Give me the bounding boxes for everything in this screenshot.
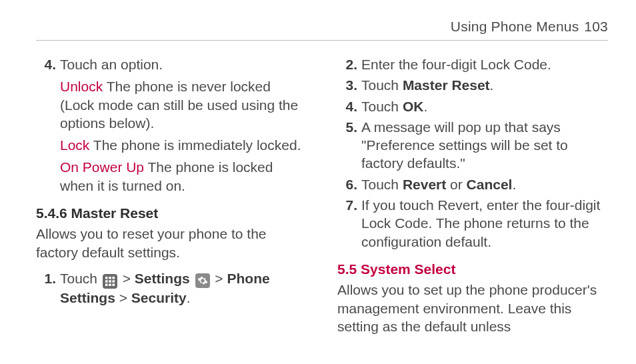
option-label: On Power Up bbox=[60, 159, 144, 175]
step-4r: 4. Touch OK. bbox=[337, 97, 608, 115]
settings-label: Settings bbox=[135, 271, 190, 286]
step-body: Touch Revert or Cancel. bbox=[361, 175, 608, 193]
step-number: 7. bbox=[337, 196, 361, 251]
step-body: Touch > Settings > Phone Settings > bbox=[60, 269, 307, 307]
svg-rect-7 bbox=[109, 283, 111, 286]
section-5-5-heading: 5.5 System Select bbox=[337, 260, 608, 278]
section-title: Master Reset bbox=[71, 205, 159, 221]
step-number: 1. bbox=[36, 269, 60, 307]
section-title: 5.5 System Select bbox=[337, 261, 455, 277]
section-5-4-6-desc: Allows you to reset your phone to the fa… bbox=[36, 225, 307, 261]
master-reset-label: Master Reset bbox=[403, 77, 490, 93]
text: . bbox=[490, 77, 494, 93]
option-on-power-up: On Power Up The phone is locked when it … bbox=[60, 158, 307, 195]
step-body: Enter the four-digit Lock Code. bbox=[361, 55, 608, 73]
gt-sep: > bbox=[123, 271, 135, 286]
gt-sep: > bbox=[215, 271, 227, 286]
step-1: 1. Touch > Settings > Phone bbox=[36, 269, 307, 307]
option-label: Unlock bbox=[60, 79, 103, 94]
manual-page: Using Phone Menus 103 4. Touch an option… bbox=[0, 0, 636, 343]
step-body: Touch Master Reset. bbox=[361, 76, 608, 94]
header-title: Using Phone Menus bbox=[451, 19, 579, 35]
option-text: The phone is immediately locked. bbox=[89, 137, 301, 153]
step-number: 4. bbox=[36, 55, 60, 195]
security-label: Security bbox=[131, 290, 187, 305]
step-7: 7. If you touch Revert, enter the four-d… bbox=[337, 196, 608, 251]
section-number: 5.4.6 bbox=[36, 205, 71, 221]
svg-rect-3 bbox=[105, 280, 108, 283]
text: Touch bbox=[361, 177, 403, 192]
ok-label: OK bbox=[403, 99, 424, 114]
step-body: If you touch Revert, enter the four-digi… bbox=[361, 196, 608, 251]
svg-rect-4 bbox=[109, 280, 111, 283]
svg-rect-2 bbox=[112, 277, 115, 279]
step-number: 4. bbox=[337, 97, 361, 115]
step-number: 5. bbox=[337, 118, 361, 173]
step-body: Touch OK. bbox=[361, 97, 608, 115]
step-number: 2. bbox=[337, 55, 361, 73]
gt-sep: > bbox=[119, 290, 131, 305]
content-columns: 4. Touch an option. Unlock The phone is … bbox=[36, 55, 608, 343]
step-6: 6. Touch Revert or Cancel. bbox=[337, 175, 608, 193]
page-number: 103 bbox=[584, 19, 608, 35]
option-unlock: Unlock The phone is never locked (Lock m… bbox=[60, 77, 307, 132]
svg-rect-5 bbox=[112, 280, 115, 283]
text: . bbox=[423, 99, 427, 114]
section-5-5-desc: Allows you to set up the phone producer'… bbox=[337, 281, 608, 335]
svg-rect-0 bbox=[105, 277, 108, 279]
step-lead: Touch an option. bbox=[60, 57, 163, 72]
page-header: Using Phone Menus 103 bbox=[36, 19, 608, 41]
text: . bbox=[512, 177, 516, 192]
apps-grid-icon bbox=[103, 274, 117, 289]
step-3: 3. Touch Master Reset. bbox=[337, 76, 608, 94]
cancel-label: Cancel bbox=[467, 177, 513, 192]
step-4: 4. Touch an option. Unlock The phone is … bbox=[36, 55, 307, 195]
step-number: 3. bbox=[337, 76, 361, 94]
step-body: Touch an option. Unlock The phone is nev… bbox=[60, 55, 307, 195]
text: or bbox=[446, 177, 466, 192]
option-label: Lock bbox=[60, 137, 89, 153]
period: . bbox=[187, 290, 191, 305]
option-lock: Lock The phone is immediately locked. bbox=[60, 136, 307, 154]
step-5: 5. A message will pop up that says "Pref… bbox=[337, 118, 608, 173]
step-body: A message will pop up that says "Prefere… bbox=[361, 118, 608, 173]
text: Touch bbox=[361, 77, 403, 93]
svg-rect-8 bbox=[112, 283, 115, 286]
svg-rect-6 bbox=[105, 283, 108, 286]
step-number: 6. bbox=[337, 175, 361, 193]
text: Touch bbox=[361, 99, 403, 114]
column-left: 4. Touch an option. Unlock The phone is … bbox=[36, 55, 307, 343]
column-right: 2. Enter the four-digit Lock Code. 3. To… bbox=[337, 55, 608, 343]
step-2: 2. Enter the four-digit Lock Code. bbox=[337, 55, 608, 73]
revert-label: Revert bbox=[403, 177, 446, 192]
right-steps: 2. Enter the four-digit Lock Code. 3. To… bbox=[337, 55, 608, 251]
svg-rect-1 bbox=[109, 277, 111, 279]
gear-icon bbox=[195, 273, 210, 288]
section-5-4-6-heading: 5.4.6 Master Reset bbox=[36, 204, 307, 222]
touch-label: Touch bbox=[60, 271, 101, 286]
